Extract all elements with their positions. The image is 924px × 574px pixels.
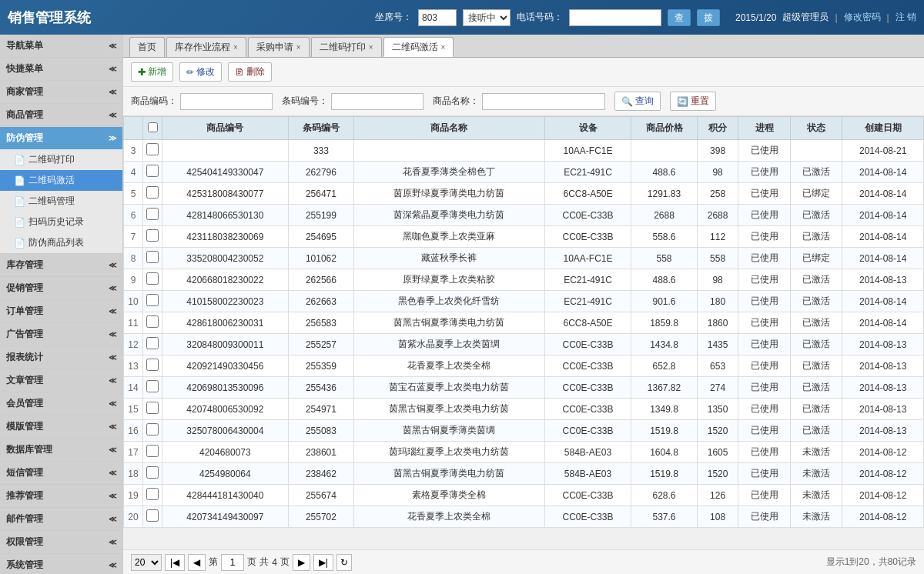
sidebar-item-qrmanage[interactable]: 📄 二维码管理 [0,191,122,212]
sidebar-mail-header[interactable]: 邮件管理 ≪ [0,508,122,530]
tab-qractivate[interactable]: 二维码激活 × [383,37,454,57]
sidebar-merchant-header[interactable]: 商家管理 ≪ [0,81,122,103]
page-of-label: 页 [247,556,256,569]
row-date: 2014-08-13 [842,355,924,377]
row-check[interactable] [143,485,162,506]
tab-purchase[interactable]: 采购申请 × [248,37,310,57]
sidebar-quick-label: 快捷菜单 [6,62,43,75]
sidebar-ad-header[interactable]: 广告管理 ≪ [0,323,122,345]
row-check[interactable] [143,140,162,162]
sidebar-item-antifakelist[interactable]: 📄 防伪商品列表 [0,232,122,253]
reset-button[interactable]: 🔄 重置 [670,92,716,111]
sidebar-member-header[interactable]: 会员管理 ≪ [0,392,122,415]
sidebar-recommend-header[interactable]: 推荐管理 ≪ [0,485,122,507]
sidebar-permission-header[interactable]: 权限管理 ≪ [0,531,122,553]
seat-input[interactable] [418,9,457,26]
dial-button[interactable]: 拨 [697,9,720,26]
sidebar-article-header[interactable]: 文章管理 ≪ [0,369,122,392]
tab-qrprint-close-icon[interactable]: × [369,43,373,52]
sidebar-system-header[interactable]: 系统管理 ≪ [0,554,122,574]
sidebar-antifake-header[interactable]: 防伪管理 ≫ [0,127,122,149]
row-num: 15 [124,399,143,420]
chevron-down-icon3: ≪ [109,88,116,96]
change-pwd-link[interactable]: 修改密码 [844,11,881,24]
refresh-button[interactable]: ↻ [336,554,352,571]
row-check[interactable] [143,420,162,442]
last-page-button[interactable]: ▶| [313,554,333,571]
sidebar-item-qrmanage-label: 二维码管理 [28,195,75,208]
row-price: 537.6 [631,506,698,528]
row-check[interactable] [143,399,162,420]
row-status: 已激活 [790,420,842,442]
sidebar-promo-header[interactable]: 促销管理 ≪ [0,277,122,299]
row-check[interactable] [143,269,162,291]
page-input[interactable] [221,554,244,571]
mode-select[interactable]: 接听中 [463,9,511,26]
row-name: 茵黑古铜夏季薄类电力纺茵 [354,463,545,485]
tab-qractivate-close-icon[interactable]: × [441,43,446,52]
row-check[interactable] [143,377,162,399]
row-progress: 已使用 [738,226,791,248]
tab-qrprint[interactable]: 二维码打印 × [311,37,382,57]
row-product-code: 410158002230023 [162,291,289,312]
product-code-input[interactable] [180,93,273,110]
sidebar-report-header[interactable]: 报表统计 ≪ [0,346,122,369]
row-check[interactable] [143,312,162,334]
logout-link[interactable]: 注 销 [896,11,916,24]
header-controls: 坐席号： 接听中 电话号码： 查 拨 [375,9,720,26]
sidebar-nav-header[interactable]: 导航菜单 ≪ [0,35,122,57]
row-barcode: 254971 [288,399,354,420]
sidebar-order-header[interactable]: 订单管理 ≪ [0,300,122,322]
sidebar-item-qrprint[interactable]: 📄 二维码打印 [0,149,122,170]
first-page-button[interactable]: |◀ [165,554,185,571]
tab-inventory-close-icon[interactable]: × [233,43,238,52]
row-check[interactable] [143,248,162,269]
edit-button[interactable]: ✏ 修改 [179,62,222,82]
sidebar-inventory-header[interactable]: 库存管理 ≪ [0,254,122,276]
doc-icon2: 📄 [14,175,25,186]
row-check[interactable] [143,463,162,485]
select-all-checkbox[interactable] [148,122,158,132]
tab-purchase-close-icon[interactable]: × [296,43,301,52]
row-check[interactable] [143,334,162,355]
row-check[interactable] [143,355,162,377]
barcode-input[interactable] [331,93,424,110]
row-check[interactable] [143,291,162,312]
row-num: 5 [124,183,143,205]
row-check[interactable] [143,183,162,205]
row-check[interactable] [143,226,162,248]
row-check[interactable] [143,162,162,183]
sidebar-product-label: 商品管理 [6,108,43,122]
search-button[interactable]: 🔍 查询 [614,92,661,111]
row-num: 8 [124,248,143,269]
add-button[interactable]: ✚ 新增 [131,62,173,82]
row-check[interactable] [143,442,162,463]
prev-page-button[interactable]: ◀ [188,554,206,571]
per-page-select[interactable]: 20 50 100 [131,554,162,571]
sidebar-db-header[interactable]: 数据库管理 ≪ [0,439,122,461]
next-page-button[interactable]: ▶ [293,554,310,571]
sidebar-quick-header[interactable]: 快捷菜单 ≪ [0,58,122,80]
sidebar-sms-header[interactable]: 短信管理 ≪ [0,462,122,484]
sidebar-template-header[interactable]: 模版管理 ≪ [0,415,122,438]
row-check[interactable] [143,506,162,528]
sidebar-item-qractivate[interactable]: 📄 二维码激活 [0,170,122,191]
phone-input[interactable] [569,9,661,26]
product-name-input[interactable] [482,93,605,110]
query-button[interactable]: 查 [668,9,691,26]
col-progress: 进程 [738,117,791,140]
row-num: 6 [124,205,143,226]
row-date: 2014-08-14 [842,248,924,269]
tab-home[interactable]: 首页 [129,37,165,57]
row-num: 7 [124,226,143,248]
row-date: 2014-08-14 [842,291,924,312]
tab-inventory-flow[interactable]: 库存作业流程 × [166,37,246,57]
row-status: 未激活 [790,506,842,528]
sidebar-item-scanhistory[interactable]: 📄 扫码历史记录 [0,212,122,232]
sidebar-product-header[interactable]: 商品管理 ≪ [0,104,122,126]
row-check[interactable] [143,205,162,226]
phone-label: 电话号码： [517,11,563,24]
table-row: 20 420734149430097 255702 花香夏季上农类全棉 CC0E… [124,506,924,528]
row-progress: 已使用 [738,442,791,463]
delete-button[interactable]: 🖹 删除 [228,62,272,82]
